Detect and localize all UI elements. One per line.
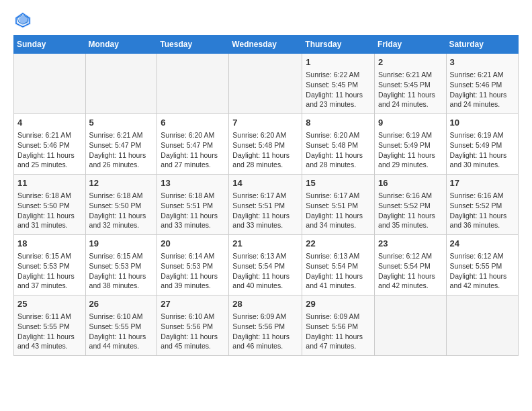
calendar-cell: 11Sunrise: 6:18 AM Sunset: 5:50 PM Dayli… bbox=[14, 175, 86, 235]
calendar-cell: 4Sunrise: 6:21 AM Sunset: 5:46 PM Daylig… bbox=[14, 114, 86, 175]
day-number: 11 bbox=[17, 177, 82, 189]
day-number: 21 bbox=[232, 238, 298, 250]
calendar-cell: 21Sunrise: 6:13 AM Sunset: 5:54 PM Dayli… bbox=[229, 235, 302, 295]
calendar-cell: 15Sunrise: 6:17 AM Sunset: 5:51 PM Dayli… bbox=[302, 175, 375, 235]
calendar-cell: 9Sunrise: 6:19 AM Sunset: 5:49 PM Daylig… bbox=[375, 114, 447, 175]
calendar-header-row: SundayMondayTuesdayWednesdayThursdayFrid… bbox=[14, 36, 519, 54]
calendar-week-row: 11Sunrise: 6:18 AM Sunset: 5:50 PM Dayli… bbox=[14, 175, 519, 235]
calendar-cell bbox=[14, 54, 86, 114]
day-number: 12 bbox=[89, 177, 154, 189]
day-number: 13 bbox=[161, 177, 225, 189]
cell-content: Sunrise: 6:20 AM Sunset: 5:48 PM Dayligh… bbox=[306, 130, 371, 170]
cell-content: Sunrise: 6:18 AM Sunset: 5:51 PM Dayligh… bbox=[161, 191, 225, 230]
cell-content: Sunrise: 6:16 AM Sunset: 5:52 PM Dayligh… bbox=[450, 191, 515, 230]
day-number: 2 bbox=[378, 56, 443, 68]
calendar-week-row: 1Sunrise: 6:22 AM Sunset: 5:45 PM Daylig… bbox=[14, 54, 519, 114]
day-number: 22 bbox=[306, 238, 371, 250]
cell-content: Sunrise: 6:10 AM Sunset: 5:55 PM Dayligh… bbox=[89, 312, 154, 351]
calendar-cell: 8Sunrise: 6:20 AM Sunset: 5:48 PM Daylig… bbox=[302, 114, 375, 175]
day-number: 4 bbox=[17, 117, 82, 129]
calendar-cell: 27Sunrise: 6:10 AM Sunset: 5:56 PM Dayli… bbox=[157, 295, 229, 356]
cell-content: Sunrise: 6:13 AM Sunset: 5:54 PM Dayligh… bbox=[306, 251, 371, 291]
calendar-cell: 2Sunrise: 6:21 AM Sunset: 5:45 PM Daylig… bbox=[375, 54, 447, 114]
logo-icon bbox=[13, 11, 32, 30]
day-number: 3 bbox=[450, 56, 515, 68]
day-number: 7 bbox=[232, 117, 298, 129]
column-header-tuesday: Tuesday bbox=[157, 36, 229, 54]
day-number: 24 bbox=[450, 238, 515, 250]
calendar-cell bbox=[85, 54, 157, 114]
calendar-cell: 29Sunrise: 6:09 AM Sunset: 5:56 PM Dayli… bbox=[302, 295, 375, 356]
column-header-thursday: Thursday bbox=[302, 36, 375, 54]
cell-content: Sunrise: 6:15 AM Sunset: 5:53 PM Dayligh… bbox=[17, 251, 82, 291]
day-number: 1 bbox=[306, 56, 371, 68]
cell-content: Sunrise: 6:18 AM Sunset: 5:50 PM Dayligh… bbox=[89, 191, 154, 230]
day-number: 14 bbox=[232, 177, 298, 189]
calendar-cell: 5Sunrise: 6:21 AM Sunset: 5:47 PM Daylig… bbox=[85, 114, 157, 175]
cell-content: Sunrise: 6:21 AM Sunset: 5:45 PM Dayligh… bbox=[378, 70, 443, 109]
day-number: 15 bbox=[306, 177, 371, 189]
day-number: 26 bbox=[89, 298, 154, 310]
cell-content: Sunrise: 6:21 AM Sunset: 5:46 PM Dayligh… bbox=[450, 70, 515, 109]
calendar-cell: 3Sunrise: 6:21 AM Sunset: 5:46 PM Daylig… bbox=[446, 54, 518, 114]
calendar-cell: 14Sunrise: 6:17 AM Sunset: 5:51 PM Dayli… bbox=[229, 175, 302, 235]
cell-content: Sunrise: 6:13 AM Sunset: 5:54 PM Dayligh… bbox=[232, 251, 298, 291]
calendar-cell: 6Sunrise: 6:20 AM Sunset: 5:47 PM Daylig… bbox=[157, 114, 229, 175]
calendar-table: SundayMondayTuesdayWednesdayThursdayFrid… bbox=[13, 35, 519, 356]
calendar-cell: 20Sunrise: 6:14 AM Sunset: 5:53 PM Dayli… bbox=[157, 235, 229, 295]
calendar-cell: 13Sunrise: 6:18 AM Sunset: 5:51 PM Dayli… bbox=[157, 175, 229, 235]
cell-content: Sunrise: 6:09 AM Sunset: 5:56 PM Dayligh… bbox=[232, 312, 298, 351]
calendar-cell: 25Sunrise: 6:11 AM Sunset: 5:55 PM Dayli… bbox=[14, 295, 86, 356]
calendar-cell: 16Sunrise: 6:16 AM Sunset: 5:52 PM Dayli… bbox=[375, 175, 447, 235]
calendar-cell: 19Sunrise: 6:15 AM Sunset: 5:53 PM Dayli… bbox=[85, 235, 157, 295]
calendar-cell: 26Sunrise: 6:10 AM Sunset: 5:55 PM Dayli… bbox=[85, 295, 157, 356]
calendar-cell bbox=[229, 54, 302, 114]
day-number: 18 bbox=[17, 238, 82, 250]
day-number: 28 bbox=[232, 298, 298, 310]
calendar-cell: 1Sunrise: 6:22 AM Sunset: 5:45 PM Daylig… bbox=[302, 54, 375, 114]
day-number: 19 bbox=[89, 238, 154, 250]
cell-content: Sunrise: 6:21 AM Sunset: 5:46 PM Dayligh… bbox=[17, 130, 82, 170]
day-number: 8 bbox=[306, 117, 371, 129]
day-number: 17 bbox=[450, 177, 515, 189]
day-number: 25 bbox=[17, 298, 82, 310]
calendar-cell bbox=[375, 295, 447, 356]
cell-content: Sunrise: 6:12 AM Sunset: 5:54 PM Dayligh… bbox=[378, 251, 443, 291]
column-header-wednesday: Wednesday bbox=[229, 36, 302, 54]
cell-content: Sunrise: 6:19 AM Sunset: 5:49 PM Dayligh… bbox=[450, 130, 515, 170]
cell-content: Sunrise: 6:15 AM Sunset: 5:53 PM Dayligh… bbox=[89, 251, 154, 291]
column-header-saturday: Saturday bbox=[446, 36, 518, 54]
calendar-cell: 23Sunrise: 6:12 AM Sunset: 5:54 PM Dayli… bbox=[375, 235, 447, 295]
day-number: 27 bbox=[161, 298, 225, 310]
cell-content: Sunrise: 6:10 AM Sunset: 5:56 PM Dayligh… bbox=[161, 312, 225, 351]
cell-content: Sunrise: 6:20 AM Sunset: 5:47 PM Dayligh… bbox=[161, 130, 225, 170]
calendar-cell: 10Sunrise: 6:19 AM Sunset: 5:49 PM Dayli… bbox=[446, 114, 518, 175]
cell-content: Sunrise: 6:21 AM Sunset: 5:47 PM Dayligh… bbox=[89, 130, 154, 170]
cell-content: Sunrise: 6:12 AM Sunset: 5:55 PM Dayligh… bbox=[450, 251, 515, 291]
cell-content: Sunrise: 6:19 AM Sunset: 5:49 PM Dayligh… bbox=[378, 130, 443, 170]
header bbox=[13, 11, 519, 30]
calendar-cell: 12Sunrise: 6:18 AM Sunset: 5:50 PM Dayli… bbox=[85, 175, 157, 235]
day-number: 6 bbox=[161, 117, 225, 129]
calendar-cell bbox=[446, 295, 518, 356]
column-header-friday: Friday bbox=[375, 36, 447, 54]
calendar-cell: 28Sunrise: 6:09 AM Sunset: 5:56 PM Dayli… bbox=[229, 295, 302, 356]
day-number: 9 bbox=[378, 117, 443, 129]
logo bbox=[13, 11, 35, 30]
cell-content: Sunrise: 6:22 AM Sunset: 5:45 PM Dayligh… bbox=[306, 70, 371, 109]
cell-content: Sunrise: 6:17 AM Sunset: 5:51 PM Dayligh… bbox=[306, 191, 371, 230]
calendar-cell: 7Sunrise: 6:20 AM Sunset: 5:48 PM Daylig… bbox=[229, 114, 302, 175]
calendar-week-row: 18Sunrise: 6:15 AM Sunset: 5:53 PM Dayli… bbox=[14, 235, 519, 295]
column-header-sunday: Sunday bbox=[14, 36, 86, 54]
calendar-week-row: 25Sunrise: 6:11 AM Sunset: 5:55 PM Dayli… bbox=[14, 295, 519, 356]
cell-content: Sunrise: 6:14 AM Sunset: 5:53 PM Dayligh… bbox=[161, 251, 225, 291]
calendar-cell: 24Sunrise: 6:12 AM Sunset: 5:55 PM Dayli… bbox=[446, 235, 518, 295]
cell-content: Sunrise: 6:18 AM Sunset: 5:50 PM Dayligh… bbox=[17, 191, 82, 230]
calendar-cell: 18Sunrise: 6:15 AM Sunset: 5:53 PM Dayli… bbox=[14, 235, 86, 295]
cell-content: Sunrise: 6:16 AM Sunset: 5:52 PM Dayligh… bbox=[378, 191, 443, 230]
calendar-week-row: 4Sunrise: 6:21 AM Sunset: 5:46 PM Daylig… bbox=[14, 114, 519, 175]
calendar-cell bbox=[157, 54, 229, 114]
cell-content: Sunrise: 6:17 AM Sunset: 5:51 PM Dayligh… bbox=[232, 191, 298, 230]
calendar-cell: 22Sunrise: 6:13 AM Sunset: 5:54 PM Dayli… bbox=[302, 235, 375, 295]
day-number: 20 bbox=[161, 238, 225, 250]
